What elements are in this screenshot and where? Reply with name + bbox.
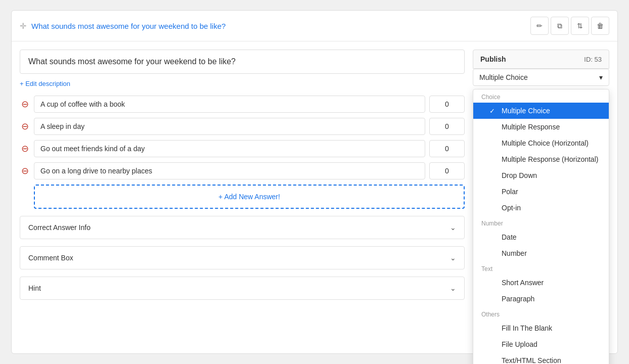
sidebar: Publish ID: 53 Multiple Choice ▾ Choice … (473, 50, 609, 305)
section-label: Correct Answer Info (28, 223, 91, 232)
header-actions: ✏ ⧉ ⇅ 🗑 (530, 17, 609, 35)
main-content: What sounds most awesome for your weeken… (20, 50, 465, 305)
dropdown-item-label: Text/HTML Section (502, 356, 561, 364)
id-badge: ID: 53 (584, 56, 602, 63)
answer-row: ⊖ (20, 162, 465, 179)
dropdown-item[interactable]: Short Answer (473, 275, 609, 291)
remove-answer-button[interactable]: ⊖ (20, 121, 30, 132)
dropdown-item-label: Multiple Choice (502, 107, 550, 115)
dropdown-item-label: Multiple Response (Horizontal) (502, 155, 598, 163)
dropdown-item[interactable]: Date (473, 229, 609, 245)
edit-button[interactable]: ✏ (530, 17, 549, 35)
answer-input[interactable] (34, 96, 425, 113)
collapsible-section: Hint ⌄ (20, 277, 465, 300)
section-label: Comment Box (28, 254, 73, 262)
dropdown-item[interactable]: Text/HTML Section (473, 352, 609, 364)
delete-icon: 🗑 (597, 22, 604, 30)
copy-icon: ⧉ (557, 22, 562, 30)
card-header: ✛ What sounds most awesome for your week… (12, 11, 617, 41)
answer-row: ⊖ (20, 118, 465, 135)
dropdown-item[interactable]: Multiple Choice (Horizontal) (473, 135, 609, 151)
add-answer-button[interactable]: + Add New Answer! (34, 185, 465, 209)
question-card: ✛ What sounds most awesome for your week… (11, 10, 618, 354)
dropdown-item[interactable]: File Upload (473, 336, 609, 352)
dropdown-item[interactable]: Opt-in (473, 200, 609, 216)
collapsible-sections: Correct Answer Info ⌄ Comment Box ⌄ Hint… (20, 216, 465, 300)
dropdown-item-label: Opt-in (502, 204, 521, 212)
chevron-down-icon: ⌄ (450, 284, 456, 292)
collapsible-section: Comment Box ⌄ (20, 246, 465, 269)
collapsible-header[interactable]: Correct Answer Info ⌄ (20, 216, 464, 239)
dropdown-item-label: File Upload (502, 340, 537, 348)
dropdown-item[interactable]: Drop Down (473, 167, 609, 184)
collapsible-header[interactable]: Comment Box ⌄ (20, 247, 464, 269)
dropdown-item-label: Multiple Choice (Horizontal) (502, 139, 589, 147)
dropdown-item-label: Paragraph (502, 295, 534, 303)
copy-button[interactable]: ⧉ (551, 17, 569, 35)
chevron-down-icon: ⌄ (450, 223, 456, 232)
score-input[interactable] (429, 96, 465, 113)
question-type-dropdown: Multiple Choice ▾ Choice ✓ Multiple Choi… (473, 69, 609, 86)
answer-input[interactable] (34, 162, 425, 179)
publish-label: Publish (480, 55, 506, 63)
card-body: What sounds most awesome for your weeken… (12, 41, 617, 313)
dropdown-item-label: Short Answer (502, 279, 544, 287)
answer-row: ⊖ (20, 140, 465, 157)
dropdown-item-label: Fill In The Blank (502, 324, 552, 332)
dropdown-item-label: Drop Down (502, 171, 537, 179)
dropdown-menu: Choice ✓ Multiple Choice Multiple Respon… (473, 89, 609, 364)
card-title: What sounds most awesome for your weeken… (31, 22, 226, 30)
dropdown-item[interactable]: Multiple Response (Horizontal) (473, 151, 609, 167)
drag-icon[interactable]: ✛ (20, 21, 26, 31)
edit-icon: ✏ (536, 22, 543, 30)
remove-answer-button[interactable]: ⊖ (20, 99, 30, 110)
dropdown-item[interactable]: Fill In The Blank (473, 320, 609, 336)
delete-button[interactable]: 🗑 (591, 17, 609, 35)
dropdown-selected-label: Multiple Choice (479, 73, 528, 81)
answer-input[interactable] (34, 140, 425, 157)
dropdown-trigger[interactable]: Multiple Choice ▾ (473, 69, 609, 86)
answer-input[interactable] (34, 118, 425, 135)
collapsible-header[interactable]: Hint ⌄ (20, 277, 464, 299)
answer-row: ⊖ (20, 96, 465, 113)
score-input[interactable] (429, 162, 465, 179)
move-button[interactable]: ⇅ (571, 17, 589, 35)
collapsible-section: Correct Answer Info ⌄ (20, 216, 465, 239)
dropdown-section-label: Others (473, 307, 609, 320)
move-icon: ⇅ (577, 22, 583, 30)
dropdown-item[interactable]: ✓ Multiple Choice (473, 103, 609, 119)
edit-description-link[interactable]: + Edit description (20, 80, 70, 87)
chevron-down-icon: ▾ (599, 73, 603, 81)
dropdown-section-label: Text (473, 261, 609, 275)
score-input[interactable] (429, 118, 465, 135)
dropdown-item-label: Number (502, 249, 527, 257)
dropdown-item-label: Multiple Response (502, 123, 560, 131)
dropdown-item[interactable]: Multiple Response (473, 119, 609, 135)
check-icon: ✓ (489, 107, 498, 115)
section-label: Hint (28, 284, 41, 292)
remove-answer-button[interactable]: ⊖ (20, 143, 30, 154)
dropdown-section-label: Number (473, 216, 609, 229)
publish-header: Publish ID: 53 (473, 50, 609, 69)
header-left: ✛ What sounds most awesome for your week… (20, 21, 226, 31)
dropdown-section-label: Choice (473, 89, 609, 103)
answer-list: ⊖ ⊖ ⊖ ⊖ (20, 96, 465, 179)
question-title-display: What sounds most awesome for your weeken… (20, 50, 465, 74)
score-input[interactable] (429, 140, 465, 157)
dropdown-item-label: Polar (502, 188, 518, 196)
dropdown-item[interactable]: Number (473, 245, 609, 261)
remove-answer-button[interactable]: ⊖ (20, 165, 30, 176)
dropdown-item[interactable]: Paragraph (473, 291, 609, 307)
chevron-down-icon: ⌄ (450, 254, 456, 262)
dropdown-item[interactable]: Polar (473, 184, 609, 200)
dropdown-item-label: Date (502, 233, 517, 241)
